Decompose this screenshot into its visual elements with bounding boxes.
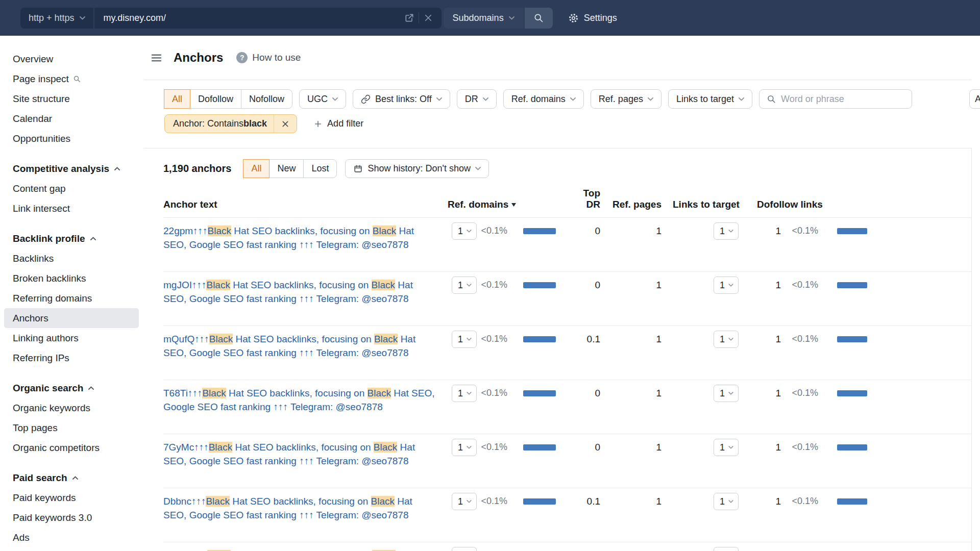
follow-filter-tab[interactable]: Nofollow — [241, 89, 292, 109]
column-header-dofollow-links[interactable]: Dofollow links — [757, 199, 881, 210]
anchor-text-link[interactable]: mQufQ↑↑↑Black Hat SEO backlinks, focusin… — [163, 334, 415, 358]
sidebar-item-label: Link intersect — [13, 203, 70, 214]
sidebar-item[interactable]: Organic competitors — [4, 438, 139, 458]
sidebar-item[interactable]: Top pages — [4, 418, 139, 438]
table-row: 7GyMc↑↑↑Black Hat SEO backlinks, focusin… — [163, 434, 971, 488]
ref-domains-bar — [523, 228, 556, 234]
best-links-filter-dropdown[interactable]: Best links: Off — [353, 89, 450, 109]
sidebar-item[interactable]: Opportunities — [4, 129, 139, 148]
chevron-down-icon — [728, 500, 733, 503]
sidebar-item[interactable]: Backlinks — [4, 248, 139, 268]
anchor-contains-filter-chip[interactable]: Anchor: Contains black — [164, 114, 297, 133]
add-filter-button[interactable]: Add filter — [313, 118, 363, 129]
column-header-links-to-target[interactable]: Links to target — [673, 199, 757, 210]
anchor-text-link[interactable]: 7GyMc↑↑↑Black Hat SEO backlinks, focusin… — [163, 442, 415, 466]
ref-domains-count-dropdown[interactable]: 1 — [452, 547, 477, 551]
follow-filter-tab[interactable]: All — [164, 89, 190, 109]
links-to-target-dropdown[interactable]: 1 — [714, 439, 739, 456]
sidebar-item[interactable]: Ads — [4, 528, 139, 547]
links-to-target-dropdown[interactable]: 1 — [714, 547, 739, 551]
ref-domains-filter-dropdown[interactable]: Ref. domains — [503, 89, 584, 109]
scope-dropdown[interactable]: Subdomains — [444, 8, 524, 29]
column-header-ref-pages[interactable]: Ref. pages — [611, 199, 673, 210]
sidebar-item[interactable]: Paid keywords — [4, 488, 139, 508]
sidebar-item[interactable]: Linking authors — [4, 328, 139, 348]
links-to-target-dropdown[interactable]: 1 — [714, 493, 739, 510]
how-to-use-link[interactable]: ? How to use — [236, 52, 301, 63]
ref-domains-count-dropdown[interactable]: 1 — [452, 222, 477, 240]
anchor-text-link[interactable]: mgJOI↑↑↑Black Hat SEO backlinks, focusin… — [163, 280, 413, 304]
menu-toggle-icon[interactable] — [151, 52, 162, 64]
chevron-down-icon — [728, 392, 733, 395]
column-header-top-dr[interactable]: Top DR — [573, 188, 611, 210]
sidebar-item-label: Content gap — [13, 183, 66, 194]
links-to-target-filter-dropdown[interactable]: Links to target — [668, 89, 752, 109]
advanced-filter-button[interactable]: Advanced filter — [969, 89, 980, 109]
column-header-ref-domains[interactable]: Ref. domains — [442, 199, 573, 210]
anchor-text-link[interactable]: T68Ti↑↑↑Black Hat SEO backlinks, focusin… — [163, 388, 435, 412]
anchor-text-part: Hat SEO backlinks, focusing on — [232, 442, 374, 453]
sidebar-item[interactable]: Referring IPs — [4, 348, 139, 368]
ref-domains-count-dropdown[interactable]: 1 — [452, 385, 477, 402]
sidebar-item[interactable]: Referring domains — [4, 288, 139, 308]
ref-pages-value: 1 — [611, 440, 673, 454]
links-to-target-dropdown[interactable]: 1 — [714, 385, 739, 402]
sidebar-item[interactable]: Backlink profile — [4, 229, 139, 248]
follow-filter-tab[interactable]: Dofollow — [190, 89, 241, 109]
sidebar-item[interactable]: Paid keywords 3.0 — [4, 508, 139, 528]
ugc-filter-dropdown[interactable]: UGC — [299, 89, 346, 109]
sidebar-item[interactable]: Page inspect — [4, 69, 139, 89]
ref-pages-filter-dropdown[interactable]: Ref. pages — [591, 89, 662, 109]
scope-label: Subdomains — [453, 13, 504, 23]
sidebar-item[interactable]: Anchors — [4, 308, 139, 328]
sidebar-item[interactable]: Organic search — [4, 378, 139, 398]
sidebar-item[interactable]: Paid search — [4, 468, 139, 488]
links-to-target-dropdown[interactable]: 1 — [714, 331, 739, 348]
sidebar-item[interactable]: Content gap — [4, 179, 139, 198]
table-row: 22gpm↑↑↑Black Hat SEO backlinks, focusin… — [163, 218, 971, 272]
dr-filter-dropdown[interactable]: DR — [457, 89, 497, 109]
ref-domains-count-dropdown[interactable]: 1 — [452, 493, 477, 510]
settings-button[interactable]: Settings — [568, 13, 617, 23]
sidebar-item[interactable]: Link intersect — [4, 198, 139, 218]
links-to-target-dropdown[interactable]: 1 — [714, 277, 739, 294]
ref-domains-count-dropdown[interactable]: 1 — [452, 439, 477, 456]
links-to-target-count: 1 — [720, 334, 725, 345]
protocol-dropdown[interactable]: http + https — [20, 8, 93, 29]
anchor-text-link[interactable]: 22gpm↑↑↑Black Hat SEO backlinks, focusin… — [163, 226, 414, 250]
sidebar-item[interactable]: Broken backlinks — [4, 268, 139, 288]
top-dr-value: 0.1 — [573, 332, 611, 346]
links-to-target-dropdown[interactable]: 1 — [714, 222, 739, 240]
remove-filter-icon[interactable] — [274, 115, 297, 133]
ref-domains-count-dropdown[interactable]: 1 — [452, 331, 477, 348]
ref-domains-count-dropdown[interactable]: 1 — [452, 277, 477, 294]
ref-domains-cell: 1 — [442, 332, 477, 348]
open-in-new-tab-icon[interactable] — [400, 8, 419, 29]
clear-target-icon[interactable] — [419, 8, 437, 29]
sidebar-item[interactable]: Organic keywords — [4, 398, 139, 418]
sidebar-item[interactable]: Ads 3.0 New — [4, 547, 139, 551]
sidebar-item[interactable]: Calendar — [4, 109, 139, 129]
show-history-dropdown[interactable]: Show history: Don't show — [345, 159, 489, 178]
anchor-text-part: Hat SEO backlinks, focusing on — [231, 226, 373, 236]
anchor-text-link[interactable]: Dbbnc↑↑↑Black Hat SEO backlinks, focusin… — [163, 496, 412, 520]
sidebar-item-label: Calendar — [13, 113, 52, 124]
target-url-input[interactable]: my.disney.com/ — [94, 8, 442, 29]
results-tab[interactable]: Lost — [303, 159, 337, 178]
ref-domains-percent: <0.1% — [477, 278, 517, 292]
word-or-phrase-search[interactable] — [759, 89, 912, 109]
search-button[interactable] — [525, 8, 553, 29]
sidebar-item[interactable]: Site structure — [4, 89, 139, 109]
sidebar-item[interactable]: Overview — [4, 49, 139, 69]
sidebar-item[interactable]: Competitive analysis — [4, 159, 139, 179]
filter-chip-value: black — [243, 118, 267, 129]
ref-domains-count: 1 — [458, 280, 463, 291]
results-tab[interactable]: New — [269, 159, 304, 178]
collapse-caret-icon — [72, 476, 78, 480]
ref-domains-percent: <0.1% — [477, 332, 517, 346]
results-tab[interactable]: All — [243, 159, 270, 178]
calendar-icon — [353, 164, 363, 173]
top-dr-value: 0 — [573, 278, 611, 292]
collapse-caret-icon — [114, 167, 120, 170]
search-input[interactable] — [781, 94, 904, 105]
